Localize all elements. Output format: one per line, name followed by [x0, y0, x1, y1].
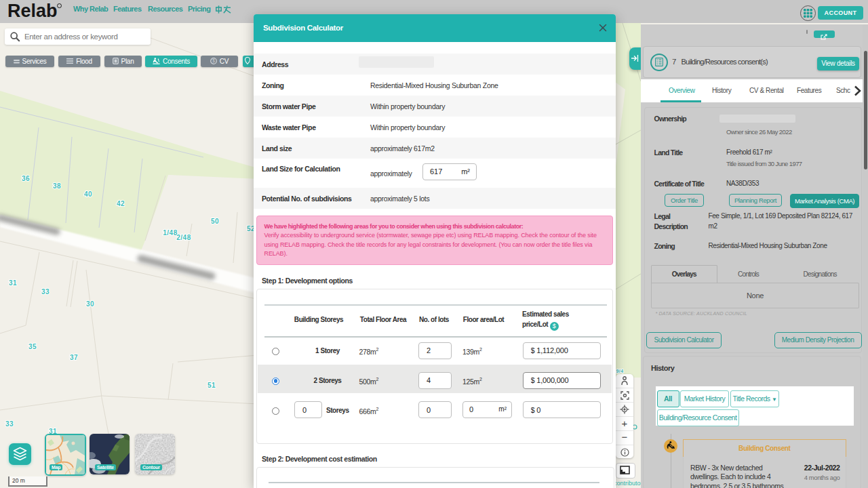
svg-text:35: 35	[28, 343, 37, 350]
svg-text:40: 40	[84, 190, 92, 198]
svg-text:38: 38	[53, 182, 61, 190]
svg-text:42: 42	[117, 200, 125, 207]
svg-text:$: $	[212, 58, 215, 63]
svg-text:51: 51	[208, 382, 216, 389]
svg-text:2/48: 2/48	[176, 234, 191, 241]
svg-text:31: 31	[9, 279, 17, 287]
svg-text:9/4: 9/4	[616, 369, 623, 373]
svg-text:37: 37	[70, 354, 78, 361]
svg-text:1/48: 1/48	[163, 229, 177, 237]
svg-text:50: 50	[211, 218, 219, 225]
svg-text:33: 33	[41, 288, 50, 296]
svg-text:30: 30	[86, 300, 94, 308]
svg-text:36: 36	[22, 175, 30, 182]
svg-text:33: 33	[5, 420, 14, 428]
